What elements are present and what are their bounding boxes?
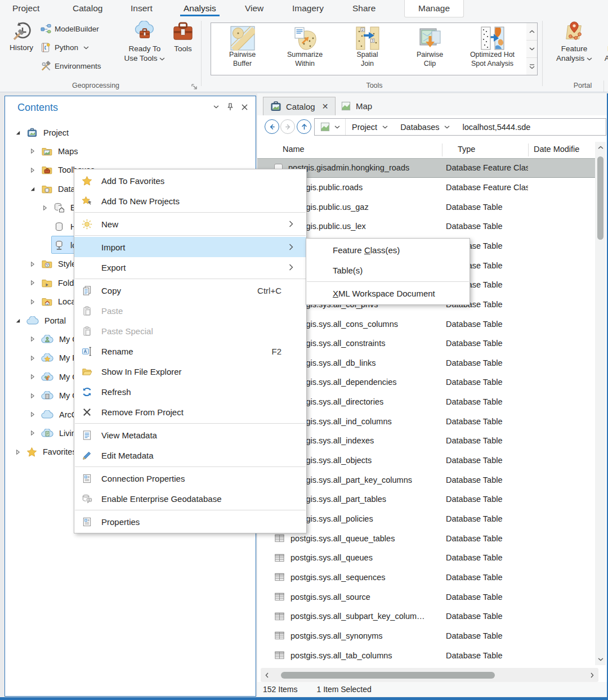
- menu-item-properties[interactable]: Properties: [74, 511, 306, 532]
- chevron-right-icon[interactable]: [591, 672, 594, 678]
- close-icon[interactable]: ✕: [322, 102, 329, 111]
- table-row-postgis-sys-all-tab-columns[interactable]: postgis.sys.all_tab_columns Database Tab…: [257, 645, 595, 665]
- menu-item-enable-enterprise-geodatabase[interactable]: Enable Enterprise Geodatabase: [74, 488, 306, 509]
- ribbon-tab-view[interactable]: View: [243, 0, 266, 17]
- horizontal-scrollbar[interactable]: [261, 668, 598, 682]
- back-button[interactable]: [265, 119, 279, 134]
- modelbuilder-button[interactable]: ModelBuilder: [41, 24, 99, 34]
- table-row-postgis-sys-all-objects[interactable]: postgis.sys.all_objects Database Table: [257, 451, 595, 470]
- breadcrumb-databases[interactable]: Databases: [394, 123, 456, 132]
- expander-closed-icon[interactable]: [29, 299, 35, 305]
- ribbon-tab-share[interactable]: Share: [350, 0, 378, 17]
- raster-analysis-button[interactable]: Raster Analysis: [599, 21, 608, 63]
- menu-item-add-to-favorites[interactable]: Add To Favorites: [74, 170, 306, 191]
- table-row-postgis-sys-all-directories[interactable]: postgis.sys.all_directories Database Tab…: [257, 392, 595, 412]
- menu-item-import[interactable]: Import: [74, 237, 306, 257]
- table-row-postgis-public-roads[interactable]: postgis.public.roads Database Feature Cl…: [257, 178, 595, 198]
- gallery-tool-summarize-within[interactable]: Summarize Within: [274, 23, 336, 75]
- table-row-postgis-sys-all-subpart-key-colum[interactable]: postgis.sys.all_subpart_key_colum… Datab…: [257, 607, 595, 626]
- ready-to-use-tools-button[interactable]: Ready To Use Tools: [122, 21, 168, 63]
- table-row-postgis-gisadmin-hongking-roads[interactable]: postgis.gisadmin.hongking_roads Database…: [257, 158, 595, 178]
- ribbon-tab-manage[interactable]: Manage: [404, 0, 464, 17]
- chevron-left-icon[interactable]: [265, 672, 269, 678]
- scroll-up-arrow[interactable]: [595, 142, 606, 153]
- location-field[interactable]: Project Databases localhost,5444.sde: [314, 118, 606, 136]
- scroll-down-arrow[interactable]: [595, 654, 606, 665]
- tab-catalog[interactable]: Catalog ✕: [263, 97, 336, 115]
- breadcrumb-project[interactable]: Project: [346, 123, 394, 132]
- table-row-postgis-public-us-gaz[interactable]: postgis.public.us_gaz Database Table: [257, 197, 595, 217]
- table-row-postgis-sys-all-part-tables[interactable]: postgis.sys.all_part_tables Database Tab…: [257, 490, 595, 509]
- ribbon-tab-project[interactable]: Project: [10, 0, 42, 17]
- table-row-postgis-sys-all-db-links[interactable]: postgis.sys.all_db_links Database Table: [257, 353, 595, 373]
- sidebar-item-styles[interactable]: Styles: [29, 255, 81, 273]
- dialog-launcher-icon[interactable]: [190, 83, 198, 91]
- table-row-postgis-sys-all-cons-columns[interactable]: postgis.sys.all_cons_columns Database Ta…: [257, 314, 595, 334]
- ribbon-tab-imagery[interactable]: Imagery: [290, 0, 326, 17]
- expander-closed-icon[interactable]: [29, 411, 35, 418]
- menu-item-refresh[interactable]: Refresh: [74, 382, 306, 402]
- sidebar-item-h[interactable]: H: [41, 217, 76, 236]
- column-header-type[interactable]: Type: [458, 145, 475, 154]
- sidebar-item-project[interactable]: Project: [14, 123, 69, 142]
- table-row-postgis-sys-all-sequences[interactable]: postgis.sys.all_sequences Database Table: [257, 568, 595, 587]
- gallery-tool-pairwise-buffer[interactable]: Pairwise Buffer: [211, 23, 274, 75]
- column-header-name[interactable]: Name: [283, 145, 305, 154]
- submenu-item-xml-workspace-document[interactable]: XML Workspace Document: [306, 283, 470, 303]
- menu-item-paste-special[interactable]: Paste Special: [74, 321, 306, 341]
- expander-closed-icon[interactable]: [29, 430, 35, 436]
- expander-closed-icon[interactable]: [29, 336, 35, 342]
- table-row-postgis-sys-all-source[interactable]: postgis.sys.all_source Database Table: [257, 587, 595, 607]
- history-button[interactable]: History: [6, 21, 37, 52]
- submenu-item-feature-class-es[interactable]: Feature Class(es): [306, 240, 470, 260]
- python-button[interactable]: Python: [41, 42, 89, 53]
- gallery-tool-optimized-hot-spot-analysis[interactable]: Optimized Hot Spot Analysis: [461, 23, 524, 75]
- expander-closed-icon[interactable]: [29, 167, 35, 173]
- gallery-tool-pairwise-clip[interactable]: Pairwise Clip: [399, 23, 461, 75]
- sidebar-item-el[interactable]: El: [41, 199, 78, 217]
- table-row-postgis-sys-all-dependencies[interactable]: postgis.sys.all_dependencies Database Ta…: [257, 373, 595, 392]
- sidebar-item-maps[interactable]: Maps: [29, 142, 78, 160]
- table-row-postgis-sys-all-constraints[interactable]: postgis.sys.all_constraints Database Tab…: [257, 334, 595, 353]
- menu-item-export[interactable]: Export: [74, 257, 306, 277]
- up-button[interactable]: [297, 119, 311, 134]
- gallery-scroll-up-button[interactable]: [526, 23, 537, 41]
- expander-closed-icon[interactable]: [14, 449, 21, 455]
- expander-closed-icon[interactable]: [29, 355, 35, 361]
- tab-map[interactable]: Map: [334, 97, 379, 115]
- expander-closed-icon[interactable]: [29, 374, 35, 380]
- expander-closed-icon[interactable]: [41, 205, 48, 211]
- table-row-postgis-sys-all-queues[interactable]: postgis.sys.all_queues Database Table: [257, 548, 595, 568]
- gallery-expand-button[interactable]: [526, 58, 537, 75]
- menu-item-edit-metadata[interactable]: Edit Metadata: [74, 445, 306, 465]
- expander-open-icon[interactable]: [14, 317, 21, 324]
- close-icon[interactable]: [242, 103, 248, 111]
- table-row-postgis-sys-all-part-key-columns[interactable]: postgis.sys.all_part_key_columns Databas…: [257, 470, 595, 490]
- menu-item-rename[interactable]: RenameF2: [74, 341, 306, 361]
- menu-item-remove-from-project[interactable]: Remove From Project: [74, 402, 306, 422]
- vertical-scroll-thumb[interactable]: [597, 156, 603, 240]
- tools-button[interactable]: Tools: [169, 21, 197, 53]
- expander-open-icon[interactable]: [29, 186, 35, 192]
- menu-item-show-in-file-explorer[interactable]: Show In File Explorer: [74, 361, 306, 382]
- column-header-date-modified[interactable]: Date Modifie: [534, 145, 579, 154]
- menu-item-paste[interactable]: Paste: [74, 300, 306, 321]
- breadcrumb-current[interactable]: localhost,5444.sde: [456, 123, 537, 132]
- gallery-tool-spatial-join[interactable]: 23 Spatial Join: [336, 23, 399, 75]
- sidebar-item-portal[interactable]: Portal: [14, 311, 66, 330]
- menu-item-connection-properties[interactable]: Connection Properties: [74, 468, 306, 488]
- table-row-postgis-sys-all-indexes[interactable]: postgis.sys.all_indexes Database Table: [257, 431, 595, 451]
- sidebar-item-favorites[interactable]: Favorites: [14, 443, 77, 461]
- ribbon-tab-insert[interactable]: Insert: [128, 0, 155, 17]
- horizontal-scroll-thumb[interactable]: [281, 672, 495, 679]
- submenu-item-table-s[interactable]: Table(s): [306, 260, 470, 280]
- table-row-postgis-sys-all-queue-tables[interactable]: postgis.sys.all_queue_tables Database Ta…: [257, 528, 595, 548]
- vertical-scrollbar[interactable]: [595, 142, 606, 665]
- expander-closed-icon[interactable]: [29, 261, 35, 267]
- ribbon-tab-catalog[interactable]: Catalog: [70, 0, 105, 17]
- environments-button[interactable]: Environments: [41, 61, 101, 71]
- menu-item-new[interactable]: New: [74, 214, 306, 234]
- expander-closed-icon[interactable]: [29, 280, 35, 286]
- menu-item-add-to-new-projects[interactable]: Add To New Projects: [74, 191, 306, 211]
- table-row-postgis-public-us-lex[interactable]: postgis.public.us_lex Database Table: [257, 217, 595, 236]
